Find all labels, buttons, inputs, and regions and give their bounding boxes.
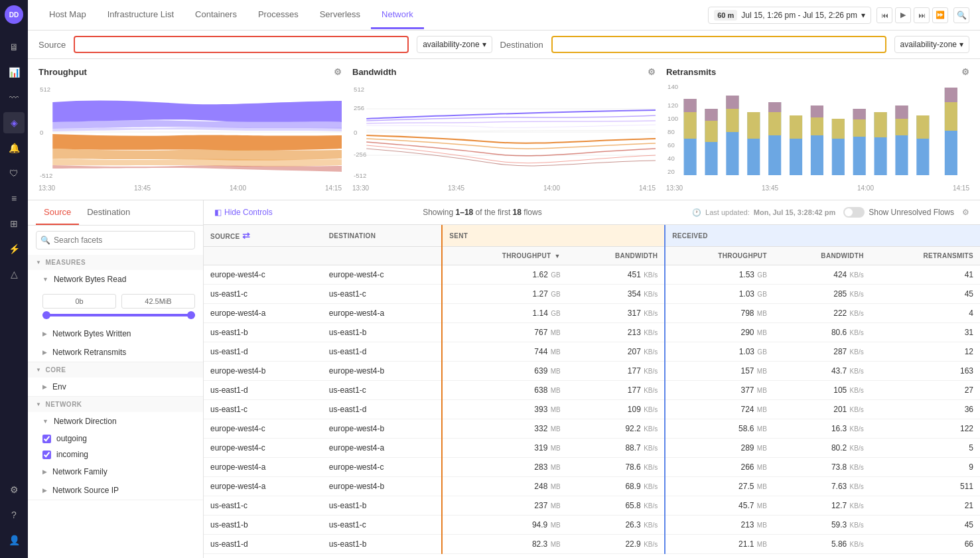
network-header[interactable]: ▼ NETWORK <box>28 397 203 412</box>
source-cell: europe-west4-a <box>204 477 322 496</box>
svg-rect-21 <box>684 99 697 112</box>
source-input-wrap[interactable] <box>74 36 409 53</box>
source-sub-header <box>204 247 322 265</box>
table-settings-icon[interactable]: ⚙ <box>962 208 969 217</box>
core-toggle-icon[interactable]: ▼ <box>36 367 41 373</box>
core-header[interactable]: ▼ CORE <box>28 362 203 378</box>
retransmits-settings-icon[interactable]: ⚙ <box>961 67 969 77</box>
svg-text:40: 40 <box>667 155 675 162</box>
source-col-header[interactable]: SOURCE ⇄ <box>204 225 322 247</box>
network-toggle-icon[interactable]: ▼ <box>36 401 41 407</box>
tab-destination[interactable]: Destination <box>79 200 138 225</box>
recv-bandwidth-cell: 7.63 KB/s <box>774 477 871 496</box>
bytes-read-slider-track[interactable] <box>42 314 195 316</box>
tab-infrastructure-list[interactable]: Infrastructure List <box>97 1 184 29</box>
unresolved-toggle[interactable] <box>843 207 865 218</box>
user-icon[interactable]: 👤 <box>3 529 25 551</box>
source-zone-select[interactable]: availability-zone ▾ <box>417 36 492 53</box>
time-range-picker[interactable]: 60 m Jul 15, 1:26 pm - Jul 15, 2:26 pm ▾ <box>708 7 871 24</box>
security-icon[interactable]: 🛡 <box>3 163 25 184</box>
skip-back-button[interactable]: ⏮ <box>876 7 892 23</box>
throughput-chart-area: 512 0 -512 <box>38 82 342 182</box>
play-button[interactable]: ▶ <box>895 7 911 23</box>
sent-throughput-cell: 744 MB <box>442 342 567 362</box>
infrastructure-icon[interactable]: 🖥 <box>3 36 25 58</box>
bandwidth-chart: Bandwidth ⚙ 512 256 0 -256 -512 <box>352 67 656 192</box>
settings-icon[interactable]: ⚙ <box>3 479 25 500</box>
outgoing-checkbox[interactable] <box>42 435 51 443</box>
throughput-settings-icon[interactable]: ⚙ <box>334 67 342 77</box>
dest-cell: europe-west4-a <box>322 304 443 323</box>
source-cell: europe-west4-a <box>204 304 322 323</box>
dest-cell: europe-west4-b <box>322 419 443 439</box>
swap-icon[interactable]: ⇄ <box>242 230 250 241</box>
bandwidth-settings-icon[interactable]: ⚙ <box>648 67 656 77</box>
alerts-icon[interactable]: △ <box>3 263 25 285</box>
source-input[interactable] <box>80 40 402 49</box>
outgoing-checkbox-item: outgoing <box>28 431 203 447</box>
network-family-facet[interactable]: ▶ Network Family <box>28 462 203 481</box>
sent-bandwidth-header[interactable]: BANDWIDTH <box>567 247 665 265</box>
network-bytes-read-facet[interactable]: ▼ Network Bytes Read <box>28 270 203 289</box>
integrations-icon[interactable]: ⚡ <box>3 238 25 259</box>
app-logo: DD <box>5 5 23 24</box>
fast-forward-button[interactable]: ⏩ <box>932 7 948 23</box>
sent-throughput-cell: 248 MB <box>442 477 567 496</box>
metrics-icon[interactable]: 📊 <box>3 62 25 83</box>
bytes-read-max[interactable]: 42.5MiB <box>121 294 195 309</box>
measures-toggle-icon[interactable]: ▼ <box>36 259 41 265</box>
table-row: europe-west4-c europe-west4-c 1.62 GB 45… <box>204 265 980 285</box>
sent-bandwidth-cell: 317 KB/s <box>567 304 665 323</box>
tab-source[interactable]: Source <box>36 200 79 225</box>
measures-header[interactable]: ▼ MEASURES <box>28 255 203 270</box>
recv-throughput-header[interactable]: THROUGHPUT <box>665 247 774 265</box>
bytes-read-label: Network Bytes Read <box>54 275 126 284</box>
dest-input-wrap[interactable] <box>551 36 886 53</box>
network-source-ip-facet[interactable]: ▶ Network Source IP <box>28 481 203 500</box>
monitors-icon[interactable]: 🔔 <box>3 137 25 159</box>
search-facets-icon: 🔍 <box>40 236 50 245</box>
network-retransmits-facet[interactable]: ▶ Network Retransmits <box>28 343 203 362</box>
dashboards-icon[interactable]: ⊞ <box>3 213 25 234</box>
tab-processes[interactable]: Processes <box>247 1 309 29</box>
network-direction-facet[interactable]: ▼ Network Direction <box>28 412 203 431</box>
tab-serverless[interactable]: Serverless <box>309 1 371 29</box>
logs-icon[interactable]: ≡ <box>3 188 25 209</box>
network-icon[interactable]: ◈ <box>3 112 25 133</box>
source-cell: us-east1-c <box>204 285 322 304</box>
bytes-read-min[interactable]: 0b <box>42 294 116 309</box>
throughput-x-labels: 13:30 13:45 14:00 14:15 <box>38 184 342 192</box>
bytes-read-slider-thumb-left[interactable] <box>42 311 50 319</box>
recv-bandwidth-cell: 222 KB/s <box>774 304 871 323</box>
recv-throughput-cell: 266 MB <box>665 458 774 477</box>
bytes-read-slider-thumb-right[interactable] <box>187 311 195 319</box>
tab-containers[interactable]: Containers <box>184 1 247 29</box>
sent-throughput-header[interactable]: THROUGHPUT ▼ <box>442 247 567 265</box>
tab-host-map[interactable]: Host Map <box>38 1 97 29</box>
dest-cell: europe-west4-c <box>322 458 443 477</box>
env-facet[interactable]: ▶ Env <box>28 378 203 396</box>
dest-input[interactable] <box>558 40 880 49</box>
network-bytes-written-facet[interactable]: ▶ Network Bytes Written <box>28 324 203 343</box>
dest-zone-select[interactable]: availability-zone ▾ <box>894 36 969 53</box>
retransmits-header[interactable]: RETRANSMITS <box>871 247 980 265</box>
search-facets-input[interactable] <box>36 231 195 249</box>
recv-throughput-cell: 1.03 GB <box>665 285 774 304</box>
search-button[interactable]: 🔍 <box>953 7 969 23</box>
help-icon[interactable]: ? <box>3 504 25 525</box>
skip-forward-button[interactable]: ⏭ <box>914 7 930 23</box>
svg-text:512: 512 <box>354 86 364 93</box>
destination-col-header[interactable]: DESTINATION <box>322 225 443 247</box>
incoming-checkbox[interactable] <box>42 451 51 459</box>
sent-bandwidth-cell: 213 KB/s <box>567 323 665 342</box>
sent-bandwidth-cell: 65.8 KB/s <box>567 496 665 516</box>
recv-bandwidth-header[interactable]: BANDWIDTH <box>774 247 871 265</box>
hide-controls-button[interactable]: ◧ Hide Controls <box>214 208 273 217</box>
source-cell: europe-west4-c <box>204 419 322 439</box>
tab-network[interactable]: Network <box>371 1 424 29</box>
apm-icon[interactable]: 〰 <box>3 87 25 108</box>
svg-text:80: 80 <box>667 129 675 135</box>
dest-cell: us-east1-d <box>322 400 443 419</box>
data-table-wrap: SOURCE ⇄ DESTINATION SENT RECEIVED THROU… <box>204 225 980 558</box>
dest-cell: europe-west4-b <box>322 362 443 381</box>
